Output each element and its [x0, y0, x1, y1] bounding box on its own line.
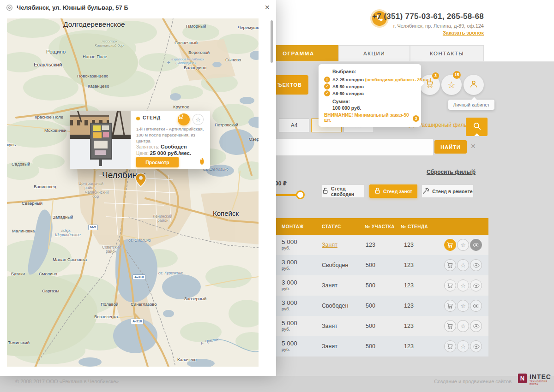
map-label: Нагорный [186, 24, 206, 29]
map-label: Северный [22, 201, 42, 206]
view-stand-button[interactable]: Просмотр [136, 157, 179, 167]
tab-contacts[interactable]: КОНТАКТЫ [410, 45, 484, 61]
view-icon[interactable] [470, 239, 482, 251]
popup-favorite-button[interactable]: ☆ [193, 114, 204, 125]
account-tooltip-label: Личный кабинет [453, 102, 490, 107]
map-label: Долгодеревенское [63, 20, 125, 29]
favorite-icon[interactable]: ☆ [457, 320, 469, 332]
callback-link-wrap: Заказать звонок [277, 30, 484, 36]
status-cell: Свободен [322, 262, 348, 268]
map-label: Синеглазово [131, 302, 157, 307]
map-label: Новое Поле [83, 54, 107, 59]
reset-filter-link[interactable]: Сбросить фильтр [427, 169, 476, 175]
stand-number-cell: 123 [404, 282, 414, 289]
favorite-icon[interactable]: ☆ [457, 259, 469, 271]
find-button[interactable]: НАЙТИ [434, 140, 467, 154]
favorite-icon[interactable]: ☆ [457, 300, 469, 312]
favorite-icon[interactable]: ☆ [457, 340, 469, 352]
search-input[interactable] [259, 139, 433, 155]
stand-address: 1-й Пятилетки - Артиллерийская, 100 м по… [136, 126, 205, 144]
poster [95, 150, 106, 155]
lock-icon [374, 187, 380, 195]
modal-close-icon[interactable]: ✕ [265, 4, 270, 11]
occupancy-label: Занятость: [136, 144, 159, 149]
status-cell: Занят [322, 282, 337, 289]
status-cell: Занят [322, 242, 337, 248]
poster [93, 125, 101, 131]
favorite-icon[interactable]: ☆ [457, 279, 469, 291]
stand-type-dot [136, 117, 140, 120]
map-label: Бутаки [11, 271, 25, 276]
price-cell: 3 000руб. [282, 279, 297, 291]
price-cell: 5 000руб. [282, 239, 297, 251]
phone-number: +7 (351) 775-03-61, 265-58-68 [277, 12, 484, 21]
toggle-stand-repair[interactable]: Стенд в ремонте [422, 184, 474, 198]
map-label: Заозерный [184, 296, 206, 301]
poster [94, 141, 108, 148]
price-value: 5 000 [282, 340, 297, 346]
map-label: район [106, 249, 117, 254]
map-canvas[interactable]: ДолгодеревенскоеНагорныйЧеремушкиСолнечн… [7, 18, 259, 367]
star-glyph: ☆ [460, 283, 466, 289]
stand-number-cell: 123 [404, 303, 414, 309]
tooltip-arrow [471, 97, 476, 102]
warning-icon: ! [324, 77, 330, 83]
map-label: Копейск [213, 209, 239, 217]
status-cell: Свободен [322, 303, 348, 309]
add-to-cart-icon[interactable] [444, 300, 456, 312]
intec-logo[interactable]: N INTEC технология роста [518, 374, 554, 386]
price-unit: руб. [282, 326, 297, 332]
price-value: 5 000 [282, 239, 297, 245]
photo-stand-board [90, 123, 112, 160]
add-to-cart-icon[interactable] [444, 320, 456, 332]
map-label: Баландино [184, 65, 206, 70]
stand-photo[interactable] [70, 111, 131, 169]
view-icon[interactable] [470, 300, 482, 312]
search-button[interactable] [466, 118, 488, 136]
advanced-filter-link[interactable]: Расширеный фильтр [418, 122, 472, 128]
price-value: 25 000 руб./мес. [150, 150, 191, 156]
status-value: Занят [322, 323, 337, 329]
table-row: 3 000руб. Свободен 500 123 ☆ [259, 255, 488, 275]
view-icon[interactable] [470, 259, 482, 271]
advanced-filter-badge: 3 [413, 115, 419, 122]
unlock-icon [322, 187, 328, 195]
view-icon[interactable] [470, 320, 482, 332]
map-label: Петровский [215, 122, 238, 127]
reset-close-icon[interactable]: ✕ [471, 167, 476, 174]
stand-number-cell: 123 [404, 343, 414, 350]
status-value[interactable]: Занят [322, 242, 337, 248]
toggle-stand-free[interactable]: Стенд свободен [322, 184, 365, 198]
add-to-cart-icon[interactable] [444, 340, 456, 352]
page-root: +7 (351) 775-03-61, 265-58-68 г. Челябин… [0, 0, 554, 392]
modal-scrollbar[interactable] [271, 20, 273, 63]
add-to-cart-icon[interactable] [444, 279, 456, 291]
callback-link[interactable]: Заказать звонок [443, 30, 484, 36]
occupancy-value: Свободен [161, 144, 187, 149]
favorite-icon[interactable]: ☆ [457, 239, 469, 251]
status-value: Свободен [322, 262, 348, 268]
view-icon[interactable] [470, 279, 482, 291]
price-cell: 5 000руб. [282, 320, 297, 332]
map-label: Садовый [12, 161, 30, 166]
price-slider-handle[interactable] [296, 190, 305, 199]
table-row: 3 000руб. Свободен 500 123 ☆ [259, 296, 488, 316]
stand-popup: СТЕНД ☆ 1-й Пятилетки - Артиллерийская, … [70, 111, 210, 169]
view-icon[interactable] [470, 340, 482, 352]
map-label: Томинский [8, 340, 30, 345]
add-to-cart-icon[interactable] [444, 259, 456, 271]
map-label: Вознесенка [94, 314, 118, 319]
status-value: Занят [322, 282, 337, 289]
row-actions: ☆ [444, 239, 482, 251]
tab-promotions[interactable]: АКЦИИ [338, 45, 410, 61]
map-pin-marker[interactable] [135, 172, 147, 187]
column-header: № УЧАСТКА [365, 224, 395, 229]
add-to-cart-icon[interactable] [444, 239, 456, 251]
popup-cart-button[interactable] [178, 113, 190, 125]
row-actions: ☆ [444, 279, 482, 291]
toggle-stand-busy[interactable]: Стенд занят [369, 184, 417, 198]
map-label: Солнечный [175, 40, 198, 45]
account-button[interactable] [464, 75, 484, 95]
size-button-a4[interactable]: А4 [279, 119, 309, 132]
search-close-icon[interactable]: ✕ [470, 143, 476, 150]
